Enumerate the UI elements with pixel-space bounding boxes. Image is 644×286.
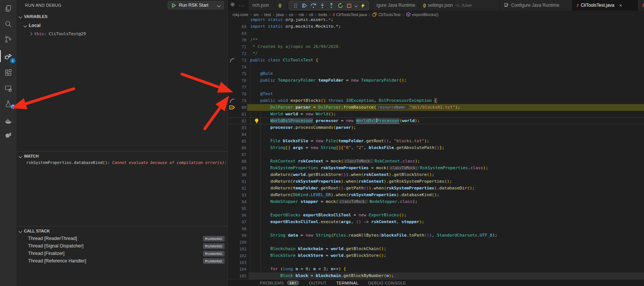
- line-number[interactable]: 88: [234, 158, 246, 165]
- line-number[interactable]: 93: [234, 192, 246, 198]
- testing-icon[interactable]: [0, 97, 16, 112]
- line-number[interactable]: 80: [234, 104, 246, 111]
- tab-label: CliToolsTest.java: [581, 3, 614, 8]
- continue-button[interactable]: [300, 1, 309, 10]
- line-number[interactable]: 72: [234, 50, 246, 57]
- line-number[interactable]: 99: [234, 232, 246, 239]
- watch-expression-row[interactable]: rskSystemProperties.databaseKind(): Cann…: [26, 160, 226, 167]
- step-into-button[interactable]: [318, 1, 326, 10]
- breadcrumb-item[interactable]: cli: [309, 12, 313, 17]
- breadcrumb-item[interactable]: java: [276, 12, 284, 17]
- panel-tab-terminal[interactable]: TERMINAL: [336, 281, 358, 285]
- editor-tab-configure-java-runtime[interactable]: Configure Java Runtime: [500, 0, 572, 10]
- panel-tab-problems[interactable]: PROBLEMS1K+: [260, 280, 299, 285]
- breadcrumb-item[interactable]: src: [253, 12, 259, 17]
- call-stack-thread[interactable]: Thread [Finalizer]RUNNING: [16, 250, 227, 257]
- line-number[interactable]: 83: [234, 124, 246, 131]
- line-number[interactable]: 70: [234, 37, 246, 43]
- call-stack-section-header[interactable]: CALL STACK: [16, 227, 227, 235]
- call-stack-thread[interactable]: Thread [Signal Dispatcher]RUNNING: [16, 242, 227, 250]
- hot-code-replace-icon[interactable]: [358, 1, 367, 10]
- line-number[interactable]: 92: [234, 185, 246, 192]
- panel-tab-bar: PROBLEMS1K+OUTPUTTERMINALDEBUG CONSOLE: [228, 279, 644, 286]
- line-number[interactable]: 89: [234, 165, 246, 171]
- breadcrumb-label: CliToolsTest: [379, 12, 401, 17]
- panel-tab-output[interactable]: OUTPUT: [309, 281, 327, 285]
- code-editor[interactable]: import static org.junit.Assert.*;68impor…: [228, 19, 644, 279]
- line-number[interactable]: 101: [234, 246, 246, 252]
- call-stack-thread[interactable]: Thread [ReaderThread]RUNNING: [16, 235, 227, 242]
- breadcrumb-item[interactable]: exportBlocks(): [406, 12, 438, 18]
- line-number[interactable]: 78: [234, 91, 246, 97]
- line-number[interactable]: 103: [234, 259, 246, 266]
- panel-tab-debug-console[interactable]: DEBUG CONSOLE: [368, 281, 406, 285]
- editor-tab-settings-json[interactable]: {}settings.json~/.../User: [419, 0, 500, 10]
- line-number[interactable]: 87: [234, 151, 246, 158]
- line-number[interactable]: 69: [234, 30, 246, 37]
- line-number[interactable]: 68: [234, 23, 246, 30]
- extensions-icon[interactable]: [0, 65, 16, 80]
- remote-explorer-icon[interactable]: [0, 81, 16, 96]
- line-number[interactable]: 82: [234, 118, 246, 124]
- line-number[interactable]: 71: [234, 43, 246, 50]
- editor-tab[interactable]: J: [638, 0, 644, 10]
- gradle-icon[interactable]: [0, 127, 16, 142]
- line-number[interactable]: 91: [234, 178, 246, 185]
- restart-button[interactable]: [336, 1, 344, 10]
- watch-section-header[interactable]: WATCH: [16, 152, 227, 160]
- drag-handle-icon[interactable]: [291, 1, 300, 10]
- variables-section-header[interactable]: VARIABLES: [16, 13, 227, 20]
- thread-status-badge: RUNNING: [203, 236, 225, 241]
- line-number[interactable]: 85: [234, 138, 246, 144]
- line-number[interactable]: 90: [234, 171, 246, 178]
- line-number[interactable]: 73: [234, 57, 246, 64]
- run-config-button[interactable]: Run RSK Start: [168, 1, 224, 9]
- stop-button[interactable]: [345, 1, 353, 10]
- stop-dropdown-icon[interactable]: [354, 1, 358, 10]
- source-control-icon[interactable]: [0, 32, 16, 47]
- variable-name: this:: [34, 31, 46, 36]
- search-icon[interactable]: [0, 16, 16, 31]
- line-number[interactable]: 84: [234, 131, 246, 138]
- json-icon: {}: [423, 3, 426, 7]
- variable-this-row[interactable]: this: CliToolsTest@29: [29, 30, 86, 37]
- call-stack-thread[interactable]: Thread [Reference Handler]RUNNING: [16, 257, 227, 265]
- breadcrumb-item[interactable]: rsk: [298, 12, 304, 17]
- breadcrumb-item[interactable]: tools: [318, 12, 327, 17]
- line-number[interactable]: 81: [234, 111, 246, 118]
- code-text: doReturn(rskSystemProperties).when(rskCo…: [250, 178, 452, 185]
- explorer-icon[interactable]: [0, 1, 16, 16]
- code-line-84: 84: [228, 131, 644, 138]
- line-number[interactable]: 79: [234, 97, 246, 104]
- line-number[interactable]: 100: [234, 239, 246, 246]
- close-icon[interactable]: ×: [619, 3, 622, 8]
- line-number[interactable]: 95: [234, 205, 246, 212]
- editor-tab-clitoolstest-java[interactable]: JCliToolsTest.java×: [572, 0, 638, 10]
- more-actions-icon[interactable]: ···: [239, 3, 245, 8]
- line-number[interactable]: 94: [234, 198, 246, 205]
- line-number[interactable]: 104: [234, 266, 246, 273]
- breadcrumb-item[interactable]: co: [289, 12, 294, 17]
- editor-tab-nch-json[interactable]: nch.json: [249, 0, 275, 10]
- breadcrumb-item[interactable]: rskj-core: [233, 12, 248, 17]
- line-number[interactable]: 77: [234, 84, 246, 91]
- line-number[interactable]: 74: [234, 64, 246, 70]
- breadcrumb-item[interactable]: test: [264, 12, 271, 17]
- breadcrumb-item[interactable]: JCliToolsTest.java: [332, 12, 367, 18]
- code-text: import static org.mockito.Mockito.*;: [250, 23, 341, 30]
- docker-icon[interactable]: [0, 113, 16, 128]
- run-and-debug-icon[interactable]: 1: [0, 49, 16, 64]
- line-number[interactable]: 102: [234, 252, 246, 259]
- line-number[interactable]: 97: [234, 219, 246, 225]
- line-number[interactable]: 98: [234, 225, 246, 232]
- variables-scope-local[interactable]: Local: [24, 22, 40, 29]
- line-number[interactable]: 86: [234, 144, 246, 151]
- step-out-button[interactable]: [327, 1, 335, 10]
- line-number[interactable]: 76: [234, 77, 246, 84]
- line-number[interactable]: 96: [234, 212, 246, 219]
- line-number[interactable]: 105: [234, 273, 246, 279]
- breadcrumb-item[interactable]: CliToolsTest: [372, 12, 401, 18]
- line-number[interactable]: 75: [234, 70, 246, 77]
- gear-icon[interactable]: [230, 2, 235, 9]
- step-over-button[interactable]: [309, 1, 318, 10]
